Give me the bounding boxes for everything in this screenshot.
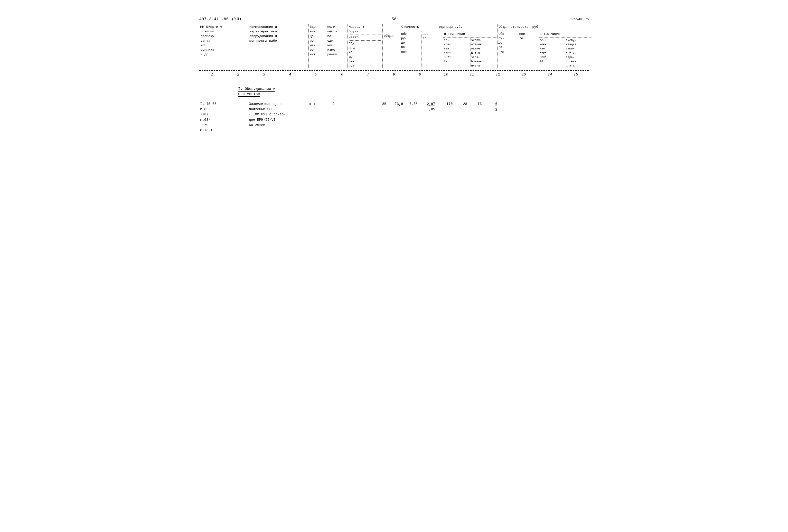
section-title-line1: I. Оборудование и (238, 86, 589, 92)
hc2-l1: Наименование и (249, 25, 307, 29)
doc-number: 407-3-411.86 (199, 17, 229, 21)
dr1-col14: 6 2 (488, 101, 505, 133)
hc1-l4: ранта, (200, 39, 247, 43)
form-code: 25545-06 (571, 17, 589, 21)
cu-vtomchisle-sep (443, 37, 497, 38)
num-10: IO (433, 73, 459, 77)
header-bottom-sep (199, 70, 589, 71)
dr1-c12: 28 (459, 101, 471, 107)
ct-exp-col: экспу- атация машин в т.ч. зара- ботная … (565, 38, 591, 68)
hc2-l4: монтажных работ (249, 39, 307, 43)
section-title-line2: его монтаж (238, 92, 589, 97)
numbers-bottom-sep (199, 79, 589, 79)
hc5-sep1 (349, 35, 381, 35)
dr1-c1-l5: -279 (200, 123, 247, 128)
cost-total-subrow: Обо- ру- до- ва- ния все- го в том чи (497, 32, 591, 68)
header-col3: Еди- ни- ца из- ме- ре- ния (308, 24, 326, 70)
dr1-c5: - (342, 101, 358, 107)
ct-osr-col: ос- нов- ная зар- пла- та (539, 38, 565, 68)
dr1-c10-sub: I,05 (422, 107, 440, 112)
hc1-l5: УСН, (200, 43, 247, 48)
dr1-col2: Заземлитель одно- полюсный ЗОН- -IIOM ПУ… (248, 101, 308, 133)
dr1-col9: 6,68 (406, 101, 421, 133)
cu-osr-col: ос- нов- ная зар- пла- та (443, 38, 470, 68)
ct-vtomchisle-sep (539, 37, 591, 38)
ct-vtomchisle-header: в том числе (539, 32, 591, 37)
dr1-col7: 85 (376, 101, 392, 133)
cu-vtomchisle-cols: ос- нов- ная зар- пла- та экспу- атация (443, 38, 497, 68)
header-col1: №№ Шифр и № позиции прейску- ранта, УСН,… (199, 24, 248, 70)
hc2-l3: оборудования и (249, 34, 307, 39)
hc5-sub-l5: ре- (349, 59, 381, 64)
dr1-c2-l2: полюсный ЗОН- (249, 107, 307, 112)
dr1-col6: - (359, 101, 376, 133)
ct-col-vsego: все- го (518, 32, 538, 68)
dr1-c1-l2: п.03- (200, 107, 247, 112)
dr1-c4: 2 (327, 101, 340, 107)
hc4-l3: во (327, 34, 346, 39)
num-9: 9 (407, 73, 433, 77)
num-5: 5 (303, 73, 329, 77)
cu-exp-sub-sep (471, 51, 496, 51)
hc5-sub-l2: ниц (349, 46, 381, 51)
hc5-sub-l1: еди- (349, 41, 381, 46)
page-number: 58 (392, 17, 396, 21)
dr1-col13: I3 (472, 101, 488, 133)
dr1-col8: I3,9 (392, 101, 406, 133)
header-col4: Коли- чест- во еди- ниц изме- рений (326, 24, 347, 70)
dr1-c7: 85 (377, 101, 391, 107)
dr1-col5: - (341, 101, 359, 133)
dr1-c3: к-т (309, 101, 325, 107)
dr1-c13: I3 (473, 101, 487, 107)
dr1-c1-l4: п.03- (200, 117, 247, 123)
hc3-l1: Еди- (310, 25, 324, 29)
dr1-col4: 2 (326, 101, 341, 133)
hc3-l6: ре- (310, 48, 324, 52)
dr1-col1: I. I5-03 п.03- -I87 п.03- -279 8-I3-I (199, 101, 248, 133)
hc5-sep2 (349, 40, 381, 41)
hc5-brutto: брутто (349, 29, 381, 34)
hc4-l2: чест- (327, 29, 346, 34)
num-11: II (459, 73, 485, 77)
num-13: I3 (511, 73, 537, 77)
hc1-l2: позиции (200, 29, 247, 34)
cost-total-sep (497, 31, 591, 31)
hc4-l6: изме- (327, 48, 346, 52)
cost-unit-subrow: Обо- ру- до- ва- ния все- го в том чи (400, 32, 497, 68)
dr1-col3: к-т (308, 101, 326, 133)
data-row-1: I. I5-03 п.03- -I87 п.03- -279 8-I3-I За… (199, 101, 589, 133)
ct-col-obo: Обо- ру- до- ва- ния (497, 32, 518, 68)
ct-exp-sub-sep (566, 51, 590, 51)
section-title: I. Оборудование и его монтаж (238, 86, 589, 97)
dr1-c2-l3: -IIOM ПУI с приво- (249, 112, 307, 117)
hc1-l3: прейску- (200, 34, 247, 39)
num-6: 6 (329, 73, 355, 77)
header-col5: Масса, т брутто нетто еди- ниц из- ме- р… (347, 24, 382, 70)
hc3-l5: ме- (310, 43, 324, 48)
header-col2: Наименование и характеристика оборудован… (248, 24, 308, 70)
num-3: 3 (251, 73, 277, 77)
dr1-col11: I70 (441, 101, 458, 133)
form-type: (УШ) (232, 17, 241, 21)
hc1-l6: ценника (200, 48, 247, 52)
table-header: №№ Шифр и № позиции прейску- ранта, УСН,… (199, 24, 589, 79)
hc2-l2: характеристика (249, 29, 307, 34)
cu-col-vtomchisle: в том числе ос- нов- ная зар- пла- та (443, 32, 497, 68)
header-cost-unit: Стоимость единицы руб. Обо- ру- до- ва- … (400, 24, 497, 70)
hc5-header: Масса, т (349, 25, 381, 29)
header-row-1: №№ Шифр и № позиции прейску- ранта, УСН,… (199, 24, 589, 70)
hc3-l4: из- (310, 39, 324, 43)
num-7: 7 (355, 73, 381, 77)
dr1-col12: 28 (458, 101, 472, 133)
hc4-l5: ниц (327, 43, 346, 48)
hc5-sub-l3: из- (349, 50, 381, 55)
cost-total-header: Общая стоимость руб. (497, 24, 591, 30)
hc5-sub-l4: ме- (349, 55, 381, 59)
num-14: I4 (537, 73, 563, 77)
num-2: 2 (225, 73, 251, 77)
dr1-col10: 2,97 I,05 (421, 101, 441, 133)
dr1-c11: I70 (442, 101, 457, 107)
hc5-sub-l6: ния (349, 64, 381, 68)
num-4: 4 (277, 73, 303, 77)
hc3-l2: ни- (310, 29, 324, 34)
